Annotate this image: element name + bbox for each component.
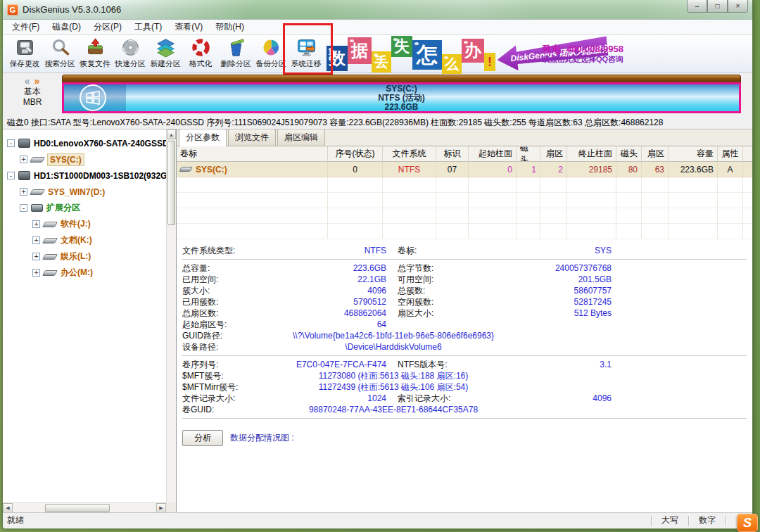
save-changes-button[interactable]: 保存更改 [7, 36, 42, 72]
col-capacity[interactable]: 容量 [669, 146, 718, 161]
tree-item-label: 办公(M:) [61, 267, 93, 279]
col-head-2[interactable]: 磁头 [616, 146, 642, 161]
format-button[interactable]: 格式化 [183, 36, 218, 72]
titlebar[interactable]: G DiskGenius V5.3.0.1066 – □ × [3, 0, 752, 20]
banner-qq-link[interactable]: 或点击此处选择QQ咨询 [542, 54, 623, 64]
app-logo-icon: G [7, 4, 18, 15]
detail-row: 总容量:223.6GB 总字节数:240057376768 [182, 262, 747, 274]
col-sector-2[interactable]: 扇区 [642, 146, 669, 161]
tab-browse-files[interactable]: 浏览文件 [228, 129, 276, 146]
expand-icon[interactable]: + [32, 253, 40, 260]
menu-view[interactable]: 查看(V) [168, 19, 209, 35]
tab-partition-parameters[interactable]: 分区参数 [179, 129, 227, 146]
banner-tile: 据 [348, 37, 372, 64]
collapse-icon[interactable]: - [20, 204, 27, 212]
col-head-1[interactable]: 磁头 [517, 146, 540, 161]
partition-size: 223.6GB [384, 103, 418, 112]
scrollbar-thumb[interactable] [45, 504, 110, 512]
tree-item-label: 文档(K:) [61, 234, 92, 246]
col-filesystem[interactable]: 文件系统 [383, 146, 436, 161]
tree-item-entertainment-l[interactable]: + 娱乐(L:) [6, 248, 165, 265]
new-partition-icon [156, 37, 176, 58]
menu-file[interactable]: 文件(F) [6, 19, 46, 35]
tree-item-documents-k[interactable]: + 文档(K:) [6, 232, 165, 248]
detail-row: 总扇区数:468862064 扇区大小:512 Bytes [182, 308, 747, 319]
quick-partition-button[interactable]: 快速分区 [113, 36, 148, 72]
analyze-button[interactable]: 分析 [182, 430, 223, 446]
divider [182, 418, 747, 419]
table-row[interactable]: SYS(C:) 0 NTFS 07 0 1 2 29185 80 63 223.… [177, 162, 752, 177]
tree-item-label: HD1:ST1000DM003-1SB102(932GB) [34, 171, 176, 181]
recover-files-button[interactable]: 恢复文件 [77, 36, 113, 72]
partition-detail-panel: 分区参数 浏览文件 扇区编辑 卷标 序号(状态) 文件系统 标识 起始柱面 磁头… [177, 129, 752, 512]
divider [182, 355, 747, 356]
disk-tree-panel: - HD0:LenovoX760-SATA-240GSSD(224GB) + S… [3, 129, 177, 512]
next-disk-icon[interactable]: » [34, 75, 40, 87]
tree-item-sys-c[interactable]: + SYS(C:) [6, 151, 165, 167]
expand-icon[interactable]: + [32, 220, 40, 228]
tree-item-office-m[interactable]: + 办公(M:) [6, 265, 165, 281]
detail-row: GUID路径:\\?\Volume{be1a42c6-1bfd-11eb-96e… [182, 330, 747, 341]
banner-tile: 丢 [372, 51, 391, 72]
collapse-icon[interactable]: - [7, 139, 15, 147]
close-button[interactable]: × [728, 0, 748, 13]
system-migration-button[interactable]: 系统迁移 [289, 36, 324, 72]
main-area: - HD0:LenovoX760-SATA-240GSSD(224GB) + S… [3, 129, 752, 512]
banner-contact[interactable]: 致电: 400-008-9958 或点击此处选择QQ咨询 [542, 44, 623, 64]
scroll-up-icon[interactable]: ▲ [167, 129, 176, 139]
menu-partition[interactable]: 分区(P) [87, 19, 128, 35]
col-id[interactable]: 标识 [436, 146, 469, 161]
col-attributes[interactable]: 属性 [718, 146, 743, 161]
detail-row: 文件系统类型:NTFS 卷标:SYS [182, 245, 747, 256]
col-index-status[interactable]: 序号(状态) [328, 146, 383, 161]
disk-type-label: 基本 [24, 87, 41, 97]
toolbar: 保存更改 搜索分区 恢复文件 快速分区 [3, 35, 752, 73]
scrollbar-thumb[interactable] [167, 141, 175, 225]
partition-fs: NTFS (活动) [378, 94, 425, 103]
tree-item-hd1[interactable]: - HD1:ST1000DM003-1SB102(932GB) [6, 167, 165, 184]
expand-icon[interactable]: + [20, 156, 27, 163]
expand-icon[interactable]: + [32, 269, 40, 277]
promo-banner[interactable]: 数 据 丢 失 怎 么 办 ! DiskGenius 团队为您服务 致电: 40… [327, 36, 625, 72]
col-sector-1[interactable]: 扇区 [540, 146, 567, 161]
menu-tools[interactable]: 工具(T) [128, 19, 168, 35]
partition-icon [42, 222, 58, 227]
collapse-icon[interactable]: - [7, 172, 15, 179]
maximize-button[interactable]: □ [707, 0, 728, 13]
disk-info-line: 磁盘0 接口:SATA 型号:LenovoX760-SATA-240GSSD 序… [3, 114, 752, 129]
expand-icon[interactable]: + [20, 188, 27, 196]
divider [182, 259, 747, 260]
expand-icon[interactable]: + [32, 236, 40, 244]
prev-disk-icon[interactable]: « [25, 75, 31, 87]
tree-item-sys-win7-d[interactable]: + SYS_WIN7(D:) [6, 184, 165, 200]
backup-partition-button[interactable]: 备份分区 [253, 36, 289, 72]
disk-header-strip[interactable] [62, 75, 741, 82]
search-partition-button[interactable]: 搜索分区 [42, 36, 77, 72]
scroll-left-icon[interactable]: ◀ [3, 503, 13, 513]
tree-vertical-scrollbar[interactable]: ▲ [166, 129, 176, 502]
tree-item-extended-partition[interactable]: - 扩展分区 [6, 200, 165, 216]
col-volume-label[interactable]: 卷标 [177, 146, 328, 161]
partition-bar-sys-c[interactable]: SYS(C:) NTFS (活动) 223.6GB [62, 82, 741, 113]
detail-row: 已用空间:22.1GB 可用空间:201.5GB [182, 274, 747, 285]
detail-row: 卷序列号:E7C0-047E-7FCA-F474 NTFS版本号:3.1 [182, 359, 747, 370]
col-end-cylinder[interactable]: 终止柱面 [567, 146, 616, 161]
tab-sector-edit[interactable]: 扇区编辑 [277, 129, 325, 146]
disk-tree: - HD0:LenovoX760-SATA-240GSSD(224GB) + S… [3, 129, 176, 281]
menu-help[interactable]: 帮助(H) [209, 19, 251, 35]
minimize-button[interactable]: – [687, 0, 707, 13]
tree-item-hd0[interactable]: - HD0:LenovoX760-SATA-240GSSD(224GB) [6, 135, 165, 151]
scroll-right-icon[interactable]: ▶ [156, 503, 166, 513]
ime-tray-icon[interactable]: S [737, 514, 758, 532]
tree-horizontal-scrollbar[interactable]: ◀ ▶ [3, 502, 166, 512]
analyze-section: 分析 数据分配情况图 : [177, 422, 752, 455]
divider [651, 516, 652, 526]
col-start-cylinder[interactable]: 起始柱面 [469, 146, 517, 161]
tree-item-software-j[interactable]: + 软件(J:) [6, 216, 165, 232]
statusbar: 就绪 大写 数字 [3, 512, 752, 528]
detail-row: 已用簇数:5790512 空闲簇数:52817245 [182, 296, 747, 308]
delete-partition-button[interactable]: 删除分区 [218, 36, 253, 72]
new-partition-button[interactable]: 新建分区 [148, 36, 183, 72]
menu-disk[interactable]: 磁盘(D) [46, 19, 87, 35]
detail-row: 卷GUID:98870248-77AA-43EE-8E71-68644CF35A… [182, 404, 747, 415]
